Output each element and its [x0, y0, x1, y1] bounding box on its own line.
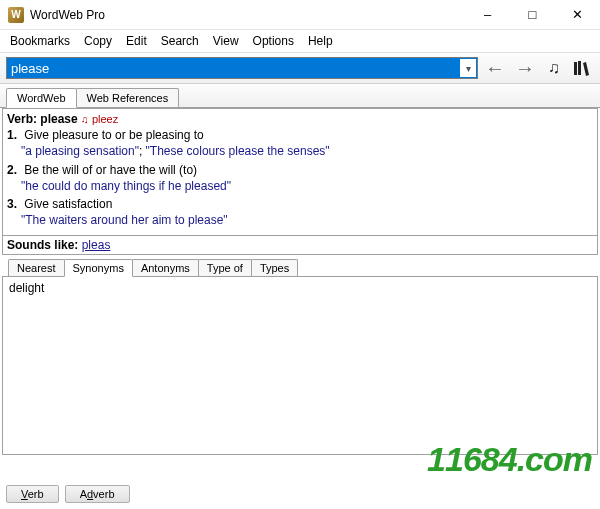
- results-pane[interactable]: delight: [2, 277, 598, 455]
- sense-number: 3.: [7, 196, 21, 212]
- sense-example: "a pleasing sensation": [21, 144, 139, 158]
- subtab-antonyms[interactable]: Antonyms: [132, 259, 199, 276]
- result-item[interactable]: delight: [9, 281, 591, 295]
- watermark: 11684.com: [427, 440, 592, 479]
- subtab-nearest[interactable]: Nearest: [8, 259, 65, 276]
- sense-number: 2.: [7, 162, 21, 178]
- back-button[interactable]: ←: [482, 55, 508, 81]
- sense-definition: Give satisfaction: [24, 197, 112, 211]
- sounds-like-label: Sounds like:: [7, 238, 78, 252]
- books-icon[interactable]: [570, 56, 594, 80]
- menu-bar: Bookmarks Copy Edit Search View Options …: [0, 30, 600, 52]
- search-input[interactable]: [6, 57, 478, 79]
- sounds-like-bar: Sounds like: pleas: [2, 236, 598, 255]
- forward-button[interactable]: →: [512, 55, 538, 81]
- app-icon: W: [8, 7, 24, 23]
- pos-filter-adverb[interactable]: Adverb: [65, 485, 130, 503]
- sense-definition: Be the will of or have the will (to): [24, 163, 197, 177]
- sense-example: "he could do many things if he pleased": [21, 179, 231, 193]
- sense-item: 3. Give satisfaction "The waiters around…: [21, 196, 593, 228]
- pronunciation-text: pleez: [92, 113, 118, 125]
- tab-web-references[interactable]: Web References: [76, 88, 180, 107]
- sense-definition: Give pleasure to or be pleasing to: [24, 128, 203, 142]
- menu-help[interactable]: Help: [302, 32, 339, 50]
- pronunciation-icon[interactable]: ♫: [81, 114, 89, 125]
- main-tab-row: WordWeb Web References: [0, 84, 600, 108]
- minimize-button[interactable]: –: [465, 0, 510, 30]
- pos-label: Verb:: [7, 112, 37, 126]
- close-button[interactable]: ✕: [555, 0, 600, 30]
- definition-pane[interactable]: Verb: please ♫ pleez 1. Give pleasure to…: [2, 108, 598, 236]
- sense-item: 2. Be the will of or have the will (to) …: [21, 162, 593, 194]
- pos-filter-verb[interactable]: Verb: [6, 485, 59, 503]
- menu-options[interactable]: Options: [247, 32, 300, 50]
- menu-edit[interactable]: Edit: [120, 32, 153, 50]
- sense-example: "These colours please the senses": [146, 144, 330, 158]
- audio-icon[interactable]: ♫: [542, 56, 566, 80]
- window-title: WordWeb Pro: [30, 8, 105, 22]
- sense-item: 1. Give pleasure to or be pleasing to "a…: [21, 127, 593, 159]
- menu-bookmarks[interactable]: Bookmarks: [4, 32, 76, 50]
- menu-copy[interactable]: Copy: [78, 32, 118, 50]
- sense-example: "The waiters around her aim to please": [21, 213, 228, 227]
- menu-view[interactable]: View: [207, 32, 245, 50]
- search-dropdown-arrow[interactable]: ▾: [460, 59, 476, 77]
- subtab-typeof[interactable]: Type of: [198, 259, 252, 276]
- headword: please: [40, 112, 77, 126]
- maximize-button[interactable]: □: [510, 0, 555, 30]
- sense-number: 1.: [7, 127, 21, 143]
- tab-wordweb[interactable]: WordWeb: [6, 88, 77, 108]
- sounds-like-link[interactable]: pleas: [82, 238, 111, 252]
- subtab-types[interactable]: Types: [251, 259, 298, 276]
- menu-search[interactable]: Search: [155, 32, 205, 50]
- sub-tab-row: Nearest Synonyms Antonyms Type of Types: [2, 255, 598, 277]
- subtab-synonyms[interactable]: Synonyms: [64, 259, 133, 277]
